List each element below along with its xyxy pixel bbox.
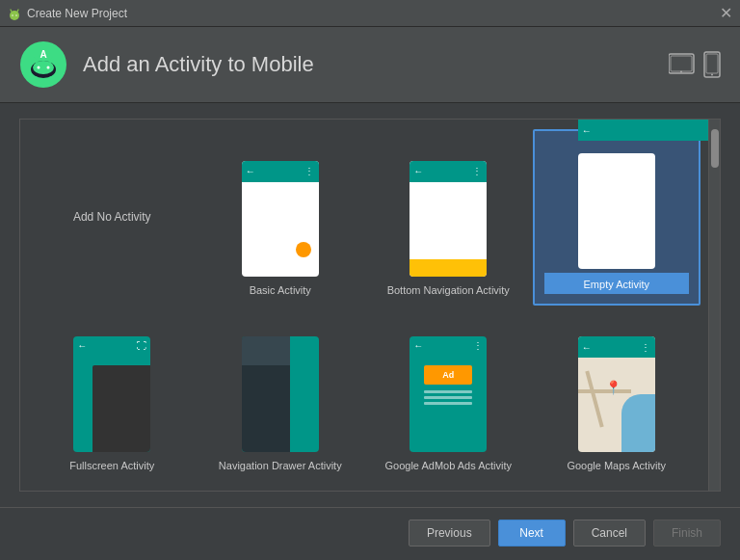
next-button[interactable]: Next	[498, 520, 566, 547]
fs-expand-icon: ⛶	[137, 340, 146, 351]
svg-rect-1	[11, 13, 18, 18]
device-icons	[669, 51, 721, 78]
close-icon[interactable]: ✕	[719, 7, 732, 20]
phone-icon	[703, 51, 721, 78]
scrollbar-thumb[interactable]	[711, 129, 719, 168]
bn-header: ← ⋮	[410, 161, 487, 182]
grid-cell-nav-drawer[interactable]: ← Navigation Drawer Activity	[197, 306, 365, 482]
svg-line-3	[17, 10, 18, 12]
ba-header: ← ⋮	[242, 161, 319, 182]
grid-cell-add-no-activity[interactable]: Add No Activity	[28, 129, 197, 306]
ad-content-lines	[424, 390, 472, 405]
map-water	[621, 394, 655, 452]
tablet-icon	[669, 51, 700, 78]
svg-point-5	[15, 14, 16, 15]
bottom-nav-mockup: ← ⋮	[410, 161, 487, 277]
svg-point-4	[12, 14, 13, 15]
bn-dots: ⋮	[472, 166, 483, 176]
map-road-1	[585, 371, 603, 428]
ba-dots: ⋮	[304, 166, 315, 176]
ad-line-3	[424, 402, 472, 405]
add-no-activity-label: Add No Activity	[73, 210, 151, 224]
bn-arrow: ←	[413, 166, 423, 176]
admob-label: Google AdMob Ads Activity	[385, 460, 512, 471]
grid-cell-fullscreen[interactable]: ← ⛶ Fullscreen Activity	[28, 306, 197, 482]
drawer-panel	[242, 336, 290, 452]
fullscreen-label: Fullscreen Activity	[69, 460, 154, 471]
fullscreen-mockup: ← ⛶	[73, 336, 150, 452]
svg-rect-15	[671, 56, 692, 71]
ba-arrow: ←	[246, 166, 255, 176]
empty-activity-label: Empty Activity	[584, 279, 649, 290]
basic-activity-mockup: ← ⋮	[242, 161, 319, 277]
ad-arrow: ←	[413, 340, 423, 351]
maps-arrow: ←	[582, 342, 592, 353]
footer: Previous Next Cancel Finish	[0, 507, 740, 557]
finish-button: Finish	[653, 520, 721, 547]
nav-drawer-label: Navigation Drawer Activity	[219, 460, 342, 471]
android-title-icon	[8, 7, 21, 20]
ba-fab	[296, 242, 311, 257]
grid-cell-empty-activity[interactable]: ← Empty Activity	[533, 129, 701, 306]
main-content: Add No Activity ← ⋮ Basic Activity	[0, 103, 740, 507]
cancel-button[interactable]: Cancel	[573, 520, 646, 547]
nav-drawer-mockup: ←	[242, 336, 319, 452]
grid-cell-maps[interactable]: ← ⋮ 📍 Google Maps Activity	[533, 306, 701, 482]
ad-line-2	[424, 396, 472, 399]
svg-point-19	[711, 74, 713, 76]
map-pin: 📍	[605, 380, 621, 395]
grid-cell-basic-activity[interactable]: ← ⋮ Basic Activity	[197, 129, 365, 306]
activity-grid: Add No Activity ← ⋮ Basic Activity	[20, 120, 708, 491]
scrollbar[interactable]	[708, 120, 720, 491]
header-title: Add an Activity to Mobile	[83, 52, 314, 77]
bn-bottom-nav	[410, 259, 487, 277]
title-bar: Create New Project ✕	[0, 0, 740, 27]
ad-dots: ⋮	[473, 340, 483, 351]
fs-arrow: ←	[77, 340, 87, 351]
basic-activity-label: Basic Activity	[250, 284, 311, 296]
previous-button[interactable]: Previous	[409, 520, 490, 547]
admob-mockup: ← ⋮ Ad	[410, 336, 487, 452]
empty-activity-mockup: ←	[578, 153, 655, 269]
ad-line-1	[424, 390, 472, 393]
ad-banner: Ad	[424, 365, 472, 385]
fs-dark-content	[92, 365, 150, 452]
svg-rect-18	[706, 54, 718, 73]
svg-rect-14	[669, 54, 694, 73]
maps-header: ← ⋮	[578, 336, 655, 358]
svg-line-2	[11, 10, 12, 12]
activity-grid-container: Add No Activity ← ⋮ Basic Activity	[19, 119, 721, 492]
window-title: Create New Project	[27, 7, 127, 20]
title-bar-left: Create New Project	[8, 7, 127, 20]
grid-cell-bottom-nav[interactable]: ← ⋮ Bottom Navigation Activity	[364, 129, 533, 306]
maps-mockup: ← ⋮ 📍	[578, 336, 655, 452]
svg-point-10	[38, 67, 40, 69]
svg-point-9	[33, 61, 54, 74]
grid-cell-admob[interactable]: ← ⋮ Ad Google AdMob Ads Activity	[364, 306, 533, 482]
svg-text:A: A	[40, 49, 46, 60]
maps-dots: ⋮	[641, 342, 651, 353]
android-studio-logo: A	[19, 40, 67, 89]
svg-point-16	[680, 71, 682, 73]
bottom-nav-label: Bottom Navigation Activity	[387, 284, 510, 296]
header: A Add an Activity to Mobile	[0, 27, 740, 103]
svg-point-11	[47, 67, 50, 69]
maps-label: Google Maps Activity	[567, 460, 666, 471]
